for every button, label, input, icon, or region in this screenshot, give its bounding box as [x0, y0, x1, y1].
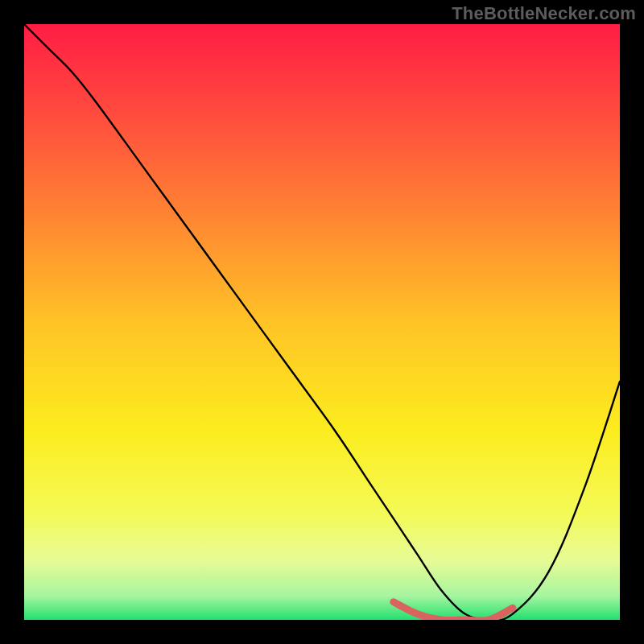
chart-frame: TheBottleNecker.com: [0, 0, 644, 644]
watermark-text: TheBottleNecker.com: [452, 3, 636, 24]
chart-svg: [24, 24, 620, 620]
gradient-background: [24, 24, 620, 620]
plot-area: [24, 24, 620, 620]
